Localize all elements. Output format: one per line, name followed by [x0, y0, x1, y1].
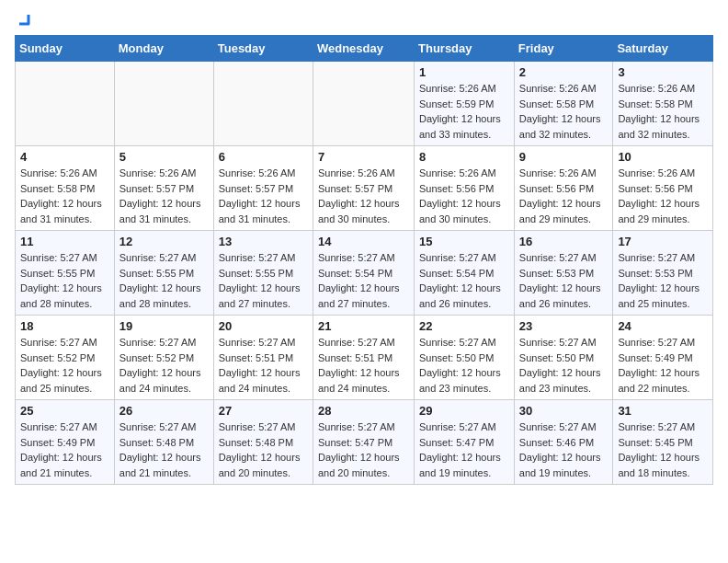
calendar-week-3: 11Sunrise: 5:27 AM Sunset: 5:55 PM Dayli…: [16, 231, 713, 316]
day-number: 16: [519, 235, 609, 248]
col-tuesday: Tuesday: [213, 36, 313, 62]
day-info: Sunrise: 5:27 AM Sunset: 5:53 PM Dayligh…: [618, 250, 708, 311]
day-info: Sunrise: 5:27 AM Sunset: 5:49 PM Dayligh…: [618, 335, 708, 396]
calendar-header: Sunday Monday Tuesday Wednesday Thursday…: [16, 36, 713, 62]
day-number: 30: [519, 404, 609, 418]
day-number: 26: [119, 404, 209, 418]
day-number: 4: [20, 150, 109, 164]
day-number: 8: [419, 150, 509, 164]
day-info: Sunrise: 5:26 AM Sunset: 5:57 PM Dayligh…: [119, 166, 209, 226]
calendar-cell: 12Sunrise: 5:27 AM Sunset: 5:55 PM Dayli…: [114, 231, 213, 316]
day-info: Sunrise: 5:27 AM Sunset: 5:47 PM Dayligh…: [318, 419, 409, 480]
calendar-cell: 3Sunrise: 5:26 AM Sunset: 5:58 PM Daylig…: [613, 62, 713, 146]
calendar-cell: 21Sunrise: 5:27 AM Sunset: 5:51 PM Dayli…: [313, 316, 414, 400]
day-number: 20: [219, 319, 308, 333]
day-number: 31: [618, 404, 708, 418]
calendar-cell: 14Sunrise: 5:27 AM Sunset: 5:54 PM Dayli…: [313, 231, 414, 316]
day-info: Sunrise: 5:27 AM Sunset: 5:55 PM Dayligh…: [20, 250, 109, 311]
day-info: Sunrise: 5:26 AM Sunset: 5:58 PM Dayligh…: [20, 166, 109, 226]
calendar-cell: 15Sunrise: 5:27 AM Sunset: 5:54 PM Dayli…: [415, 231, 515, 316]
day-info: Sunrise: 5:27 AM Sunset: 5:49 PM Dayligh…: [20, 419, 109, 480]
calendar-cell: [16, 62, 115, 146]
day-number: 5: [119, 150, 209, 164]
day-info: Sunrise: 5:26 AM Sunset: 5:56 PM Dayligh…: [519, 166, 609, 226]
calendar-body: 1Sunrise: 5:26 AM Sunset: 5:59 PM Daylig…: [16, 62, 713, 485]
day-info: Sunrise: 5:27 AM Sunset: 5:46 PM Dayligh…: [519, 419, 609, 480]
page-header: [15, 15, 713, 24]
calendar-cell: 25Sunrise: 5:27 AM Sunset: 5:49 PM Dayli…: [16, 400, 115, 485]
calendar-cell: 2Sunrise: 5:26 AM Sunset: 5:58 PM Daylig…: [514, 62, 613, 146]
col-saturday: Saturday: [613, 36, 713, 62]
calendar-cell: 9Sunrise: 5:26 AM Sunset: 5:56 PM Daylig…: [514, 146, 613, 231]
calendar-cell: 8Sunrise: 5:26 AM Sunset: 5:56 PM Daylig…: [415, 146, 515, 231]
day-info: Sunrise: 5:27 AM Sunset: 5:50 PM Dayligh…: [519, 335, 609, 396]
calendar-cell: 23Sunrise: 5:27 AM Sunset: 5:50 PM Dayli…: [514, 316, 613, 400]
day-number: 29: [419, 404, 509, 418]
day-info: Sunrise: 5:26 AM Sunset: 5:58 PM Dayligh…: [519, 81, 609, 142]
day-number: 28: [318, 404, 409, 418]
calendar-cell: 16Sunrise: 5:27 AM Sunset: 5:53 PM Dayli…: [514, 231, 613, 316]
day-info: Sunrise: 5:27 AM Sunset: 5:55 PM Dayligh…: [119, 250, 209, 311]
logo: [15, 15, 32, 24]
day-info: Sunrise: 5:27 AM Sunset: 5:51 PM Dayligh…: [219, 335, 308, 396]
day-info: Sunrise: 5:27 AM Sunset: 5:50 PM Dayligh…: [419, 335, 509, 396]
day-number: 12: [119, 235, 209, 248]
calendar-cell: 19Sunrise: 5:27 AM Sunset: 5:52 PM Dayli…: [114, 316, 213, 400]
calendar-week-4: 18Sunrise: 5:27 AM Sunset: 5:52 PM Dayli…: [16, 316, 713, 400]
col-thursday: Thursday: [415, 36, 515, 62]
day-info: Sunrise: 5:27 AM Sunset: 5:48 PM Dayligh…: [119, 419, 209, 480]
day-info: Sunrise: 5:27 AM Sunset: 5:52 PM Dayligh…: [20, 335, 109, 396]
calendar-week-5: 25Sunrise: 5:27 AM Sunset: 5:49 PM Dayli…: [16, 400, 713, 485]
day-number: 21: [318, 319, 409, 333]
day-info: Sunrise: 5:27 AM Sunset: 5:54 PM Dayligh…: [318, 250, 409, 311]
day-number: 9: [519, 150, 609, 164]
calendar-cell: [213, 62, 313, 146]
day-info: Sunrise: 5:26 AM Sunset: 5:57 PM Dayligh…: [219, 166, 308, 226]
col-wednesday: Wednesday: [313, 36, 414, 62]
day-number: 18: [20, 319, 109, 333]
day-number: 3: [618, 65, 708, 79]
day-number: 13: [219, 235, 308, 248]
day-number: 27: [219, 404, 308, 418]
day-info: Sunrise: 5:27 AM Sunset: 5:55 PM Dayligh…: [219, 250, 308, 311]
calendar-cell: 1Sunrise: 5:26 AM Sunset: 5:59 PM Daylig…: [415, 62, 515, 146]
day-info: Sunrise: 5:26 AM Sunset: 5:56 PM Dayligh…: [618, 166, 708, 226]
calendar-week-2: 4Sunrise: 5:26 AM Sunset: 5:58 PM Daylig…: [16, 146, 713, 231]
calendar-cell: 30Sunrise: 5:27 AM Sunset: 5:46 PM Dayli…: [514, 400, 613, 485]
day-number: 7: [318, 150, 409, 164]
day-info: Sunrise: 5:27 AM Sunset: 5:52 PM Dayligh…: [119, 335, 209, 396]
day-number: 25: [20, 404, 109, 418]
day-number: 17: [618, 235, 708, 248]
day-info: Sunrise: 5:27 AM Sunset: 5:51 PM Dayligh…: [318, 335, 409, 396]
day-number: 14: [318, 235, 409, 248]
col-sunday: Sunday: [16, 36, 115, 62]
calendar-cell: 28Sunrise: 5:27 AM Sunset: 5:47 PM Dayli…: [313, 400, 414, 485]
calendar-cell: 26Sunrise: 5:27 AM Sunset: 5:48 PM Dayli…: [114, 400, 213, 485]
calendar-cell: [313, 62, 414, 146]
calendar-cell: 10Sunrise: 5:26 AM Sunset: 5:56 PM Dayli…: [613, 146, 713, 231]
calendar-cell: 17Sunrise: 5:27 AM Sunset: 5:53 PM Dayli…: [613, 231, 713, 316]
day-info: Sunrise: 5:27 AM Sunset: 5:47 PM Dayligh…: [419, 419, 509, 480]
day-info: Sunrise: 5:26 AM Sunset: 5:58 PM Dayligh…: [618, 81, 708, 142]
calendar-cell: 5Sunrise: 5:26 AM Sunset: 5:57 PM Daylig…: [114, 146, 213, 231]
day-info: Sunrise: 5:26 AM Sunset: 5:59 PM Dayligh…: [419, 81, 509, 142]
day-number: 6: [219, 150, 308, 164]
calendar-table: Sunday Monday Tuesday Wednesday Thursday…: [15, 35, 713, 485]
day-number: 2: [519, 65, 609, 79]
calendar-cell: 22Sunrise: 5:27 AM Sunset: 5:50 PM Dayli…: [415, 316, 515, 400]
day-info: Sunrise: 5:27 AM Sunset: 5:48 PM Dayligh…: [219, 419, 308, 480]
calendar-cell: [114, 62, 213, 146]
day-info: Sunrise: 5:26 AM Sunset: 5:57 PM Dayligh…: [318, 166, 409, 226]
calendar-cell: 11Sunrise: 5:27 AM Sunset: 5:55 PM Dayli…: [16, 231, 115, 316]
calendar-cell: 31Sunrise: 5:27 AM Sunset: 5:45 PM Dayli…: [613, 400, 713, 485]
day-number: 22: [419, 319, 509, 333]
calendar-cell: 20Sunrise: 5:27 AM Sunset: 5:51 PM Dayli…: [213, 316, 313, 400]
calendar-week-1: 1Sunrise: 5:26 AM Sunset: 5:59 PM Daylig…: [16, 62, 713, 146]
day-number: 15: [419, 235, 509, 248]
header-row: Sunday Monday Tuesday Wednesday Thursday…: [16, 36, 713, 62]
day-number: 1: [419, 65, 509, 79]
calendar-cell: 7Sunrise: 5:26 AM Sunset: 5:57 PM Daylig…: [313, 146, 414, 231]
day-info: Sunrise: 5:26 AM Sunset: 5:56 PM Dayligh…: [419, 166, 509, 226]
col-monday: Monday: [114, 36, 213, 62]
day-number: 11: [20, 235, 109, 248]
